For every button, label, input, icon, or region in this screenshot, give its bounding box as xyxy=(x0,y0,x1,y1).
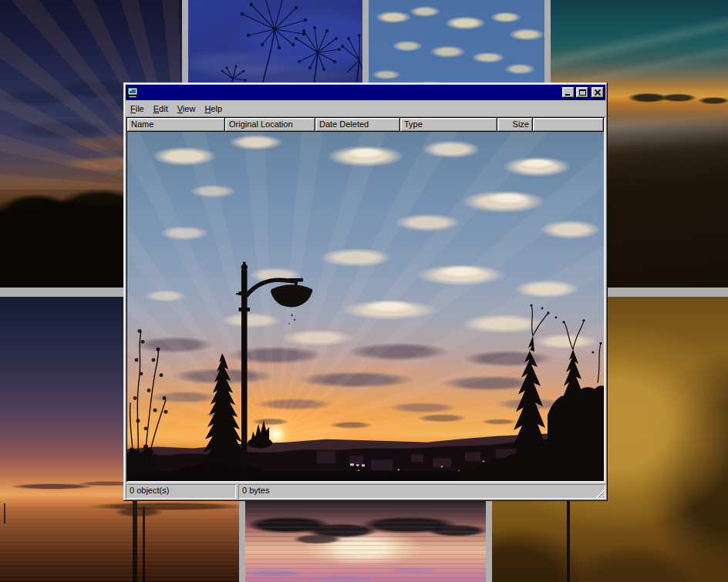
recycle-bin-window: File Edit View Help Name Original Locati… xyxy=(123,82,608,501)
minimize-icon xyxy=(565,90,571,96)
close-icon xyxy=(595,89,601,96)
column-headers: Name Original Location Date Deleted Type… xyxy=(127,118,604,132)
column-header-blank[interactable] xyxy=(533,118,604,132)
menu-view[interactable]: View xyxy=(173,103,201,115)
desktop: File Edit View Help Name Original Locati… xyxy=(0,0,728,582)
resize-grip[interactable] xyxy=(595,489,605,498)
menu-edit[interactable]: Edit xyxy=(149,103,173,115)
status-bytes: 0 bytes xyxy=(238,484,605,499)
column-header-name[interactable]: Name xyxy=(127,118,225,132)
column-header-type[interactable]: Type xyxy=(400,118,497,132)
status-objects: 0 object(s) xyxy=(126,484,236,499)
window-controls xyxy=(562,87,604,98)
folder-background-photo[interactable] xyxy=(127,132,604,481)
title-bar[interactable] xyxy=(126,85,605,100)
column-header-size[interactable]: Size xyxy=(497,118,533,132)
menu-help[interactable]: Help xyxy=(200,103,227,115)
minimize-button[interactable] xyxy=(562,87,575,98)
status-bar: 0 object(s) 0 bytes xyxy=(126,483,605,499)
menu-bar: File Edit View Help xyxy=(126,100,605,116)
list-view: Name Original Location Date Deleted Type… xyxy=(126,116,605,483)
computer-icon xyxy=(127,87,138,98)
close-button[interactable] xyxy=(592,87,604,98)
sunset-silhouettes xyxy=(127,132,604,481)
column-header-original-location[interactable]: Original Location xyxy=(225,118,315,132)
status-bytes-text: 0 bytes xyxy=(242,486,269,495)
lake-pole-far xyxy=(4,503,5,523)
menu-file[interactable]: File xyxy=(126,103,149,115)
maximize-button[interactable] xyxy=(576,87,588,98)
maximize-icon xyxy=(579,89,586,96)
lake-pole-left xyxy=(133,500,137,582)
column-header-date-deleted[interactable]: Date Deleted xyxy=(315,118,400,132)
lake-pole-right xyxy=(143,506,145,582)
flower-silhouette-graphic xyxy=(188,0,362,85)
